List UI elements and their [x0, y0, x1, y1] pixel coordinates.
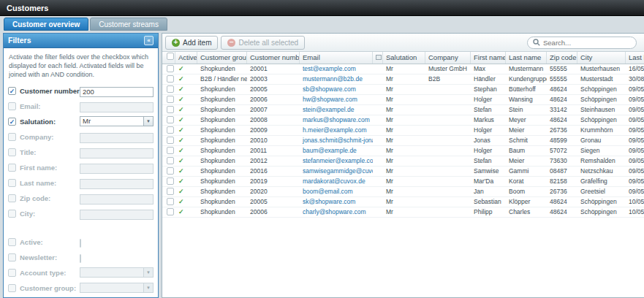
table-row[interactable]: ✓B2B / Händler netto20003mustermann@b2b.…: [162, 74, 644, 85]
filter-input[interactable]: [80, 210, 154, 220]
filter-input[interactable]: [80, 194, 154, 205]
collapse-filters-icon[interactable]: «: [144, 36, 154, 45]
col-indicator-header[interactable]: [373, 52, 383, 64]
filter-select[interactable]: ▼: [80, 267, 154, 278]
col-salutation-header[interactable]: Salutation: [383, 52, 425, 64]
col-customer-group-header[interactable]: Customer group: [197, 52, 247, 64]
filter-activate-checkbox[interactable]: [8, 194, 16, 202]
email-cell[interactable]: sb@shopware.com: [300, 85, 373, 94]
table-row[interactable]: ✓Shopkunden20005sb@shopware.comMrStephan…: [162, 85, 644, 95]
table-row[interactable]: ✓Shopkunden20006charly@shopware.comMrPhi…: [162, 207, 644, 218]
filter-input[interactable]: [80, 102, 154, 112]
table-row[interactable]: ✓Shopkunden20012stefanmeier@example.comM…: [162, 156, 644, 167]
row-checkbox[interactable]: [167, 126, 174, 134]
email-cell[interactable]: boom@email.com: [300, 187, 373, 196]
table-row[interactable]: ✓Shopkunden20019mardakorat@cuvox.deMrMar…: [162, 177, 644, 187]
email-cell[interactable]: h.meier@example.com: [300, 126, 373, 135]
filter-input[interactable]: [80, 179, 154, 189]
filter-select[interactable]: Mr▼: [80, 116, 154, 126]
row-checkbox[interactable]: [167, 116, 174, 123]
email-cell[interactable]: samwisegammidge@cuvox.de: [300, 167, 373, 176]
table-row[interactable]: ✓Shopkunden20006hw@shopware.comMrHolgerW…: [162, 95, 644, 105]
filter-activate-checkbox[interactable]: [8, 238, 16, 246]
filter-value-checkbox[interactable]: [80, 239, 81, 248]
company-cell: [425, 115, 471, 125]
filter-activate-checkbox[interactable]: [8, 284, 16, 292]
company-cell: [425, 177, 471, 186]
tab-customer-streams[interactable]: Customer streams: [90, 18, 167, 31]
last-name-cell: Boom: [506, 187, 547, 196]
col-zip-code-header[interactable]: Zip code: [547, 52, 577, 64]
select-all-checkbox[interactable]: [167, 53, 174, 60]
row-checkbox[interactable]: [167, 147, 174, 154]
email-cell[interactable]: stein@exampel.de: [300, 105, 373, 115]
row-checkbox[interactable]: [167, 188, 174, 195]
filter-input[interactable]: [80, 87, 154, 97]
filter-select[interactable]: ▼: [80, 283, 154, 293]
col-last-name-header[interactable]: Last name: [506, 52, 547, 64]
tab-customer-overview[interactable]: Customer overview: [4, 18, 88, 31]
table-row[interactable]: ✓Shopkunden20016samwisegammidge@cuvox.de…: [162, 167, 644, 177]
col-customer-number-header[interactable]: Customer number: [247, 52, 300, 64]
search-box: [527, 37, 637, 49]
row-checkbox[interactable]: [167, 65, 174, 72]
email-cell[interactable]: charly@shopware.com: [300, 207, 373, 217]
row-checkbox[interactable]: [167, 208, 174, 215]
row-checkbox[interactable]: [167, 157, 174, 164]
filter-activate-checkbox[interactable]: [8, 148, 16, 156]
table-row[interactable]: ✓Shopkunden20011baum@example.deMrHolgerB…: [162, 146, 644, 156]
table-row[interactable]: ✓Shopkunden20007stein@exampel.deMrStefan…: [162, 105, 644, 115]
filter-activate-checkbox[interactable]: ✓: [8, 118, 16, 126]
company-cell: [425, 156, 471, 166]
row-checkbox[interactable]: [167, 137, 174, 144]
email-cell[interactable]: mustermann@b2b.de: [300, 74, 373, 84]
filter-input[interactable]: [80, 164, 154, 174]
filter-input[interactable]: [80, 148, 154, 158]
table-row[interactable]: ✓Shopkunden20005sk@shopware.comMrSebasti…: [162, 197, 644, 207]
col-first-name-header[interactable]: First name: [471, 52, 506, 64]
col-active-header[interactable]: Active: [175, 52, 197, 64]
table-row[interactable]: ✓Shopkunden20010jonas.schmit@schmit-jona…: [162, 136, 644, 146]
filter-activate-checkbox[interactable]: [8, 269, 16, 277]
row-checkbox[interactable]: [167, 106, 174, 113]
filter-input[interactable]: [80, 133, 154, 143]
email-cell[interactable]: test@example.com: [300, 64, 373, 74]
col-company-header[interactable]: Company: [425, 52, 471, 64]
table-row[interactable]: ✓Shopkunden20001test@example.comMrMuster…: [162, 64, 644, 74]
search-input[interactable]: [543, 39, 631, 47]
email-cell[interactable]: stefanmeier@example.com: [300, 156, 373, 166]
row-checkbox[interactable]: [167, 198, 174, 205]
filter-activate-checkbox[interactable]: [8, 133, 16, 141]
row-checkbox[interactable]: [167, 85, 174, 93]
col-last-login-header[interactable]: Last l: [626, 52, 644, 64]
last-login-cell: 09/05: [626, 85, 644, 94]
row-checkbox[interactable]: [167, 177, 174, 185]
email-cell[interactable]: markus@shopware.com: [300, 115, 373, 125]
filter-value-checkbox[interactable]: [80, 254, 81, 263]
email-cell[interactable]: jonas.schmit@schmit-jonas.eu: [300, 136, 373, 145]
col-select-header[interactable]: [162, 52, 175, 64]
last-login-cell: 09/05: [626, 136, 644, 145]
row-checkbox[interactable]: [167, 167, 174, 175]
email-cell[interactable]: mardakorat@cuvox.de: [300, 177, 373, 186]
email-cell[interactable]: baum@example.de: [300, 146, 373, 156]
table-row[interactable]: ✓Shopkunden20020boom@email.comMrJanBoom2…: [162, 187, 644, 197]
filter-activate-checkbox[interactable]: ✓: [8, 87, 16, 95]
city-cell: Musterhausen: [577, 64, 626, 74]
table-row[interactable]: ✓Shopkunden20008markus@shopware.comMrMar…: [162, 115, 644, 126]
filter-activate-checkbox[interactable]: [8, 102, 16, 110]
row-checkbox[interactable]: [167, 75, 174, 83]
filter-activate-checkbox[interactable]: [8, 164, 16, 172]
filter-activate-checkbox[interactable]: [8, 179, 16, 187]
filter-activate-checkbox[interactable]: [8, 253, 16, 261]
col-city-header[interactable]: City: [577, 52, 626, 64]
email-cell[interactable]: hw@shopware.com: [300, 95, 373, 104]
email-cell[interactable]: sk@shopware.com: [300, 197, 373, 207]
col-email-header[interactable]: Email: [300, 52, 373, 64]
add-item-button[interactable]: + Add item: [165, 36, 218, 50]
row-checkbox[interactable]: [167, 96, 174, 103]
table-row[interactable]: ✓Shopkunden20009h.meier@example.comMrHol…: [162, 126, 644, 136]
filter-activate-checkbox[interactable]: [8, 210, 16, 218]
delete-all-selected-button[interactable]: − Delete all selected: [221, 36, 305, 50]
filter-row-account-type: Account type:▼: [4, 267, 158, 278]
